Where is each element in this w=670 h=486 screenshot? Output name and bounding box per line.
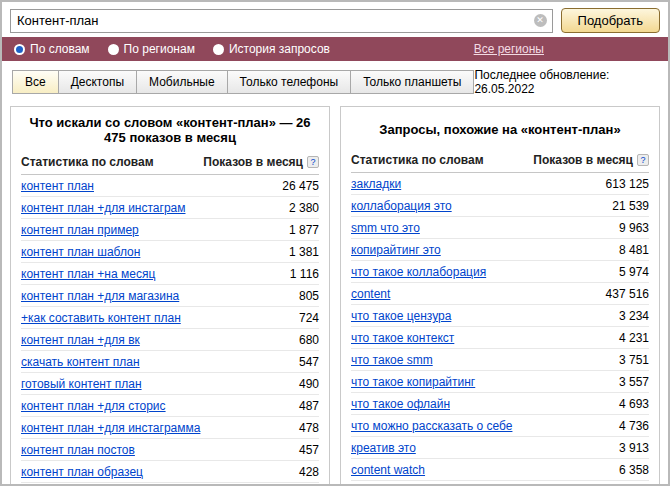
query-link[interactable]: контент план +на месяц xyxy=(21,267,155,281)
mode-bar: По словам По регионам История запросов В… xyxy=(2,37,668,61)
query-link[interactable]: что такое офлайн xyxy=(351,397,450,411)
shows-count: 805 xyxy=(299,289,319,303)
table-row: контент план +для сторис 487 xyxy=(21,395,319,417)
shows-count: 9 963 xyxy=(619,221,649,235)
table-row: контент план образец 428 xyxy=(21,461,319,483)
query-link[interactable]: коллаборация это xyxy=(351,199,452,213)
radio-icon xyxy=(213,44,224,55)
table-header: Статистика по словам Показов в месяц? xyxy=(21,151,319,175)
shows-count: 1 877 xyxy=(289,223,319,237)
table-header: Статистика по словам Показов в месяц? xyxy=(351,149,649,173)
query-link[interactable]: что такое коллаборация xyxy=(351,265,486,279)
radio-icon xyxy=(108,44,119,55)
device-tabs-row: Все Десктопы Мобильные Только телефоны Т… xyxy=(2,61,668,100)
table-row: контент план +на месяц 1 116 xyxy=(21,263,319,285)
query-link[interactable]: контент план +для инстаграм xyxy=(21,201,186,215)
shows-count: 3 557 xyxy=(619,375,649,389)
shows-count: 680 xyxy=(299,333,319,347)
shows-count: 3 913 xyxy=(619,441,649,455)
radio-selected-icon xyxy=(14,44,25,55)
submit-button[interactable]: Подобрать xyxy=(561,8,660,33)
query-link[interactable]: что можно рассказать о себе xyxy=(351,419,512,433)
shows-count: 6 358 xyxy=(619,463,649,477)
query-link[interactable]: контент план +для сторис xyxy=(21,399,166,413)
shows-count: 4 693 xyxy=(619,397,649,411)
results-panels: Что искали со словом «контент-план» — 26… xyxy=(2,100,668,486)
mode-label: По словам xyxy=(30,42,90,56)
query-link[interactable]: контент план +для магазина xyxy=(21,289,179,303)
table-row: контент план +для инстаграмма 478 xyxy=(21,417,319,439)
mode-by-regions[interactable]: По регионам xyxy=(108,42,195,56)
help-icon[interactable]: ? xyxy=(307,156,319,168)
tab-desktops[interactable]: Десктопы xyxy=(58,70,137,94)
shows-count: 5 974 xyxy=(619,265,649,279)
query-link[interactable]: content watch xyxy=(351,463,425,477)
similar-queries-panel: Запросы, похожие на «контент-план» Стати… xyxy=(340,106,660,486)
query-link[interactable]: контент план постов xyxy=(21,443,135,457)
table-row: контент план пример 1 877 xyxy=(21,219,319,241)
table-row: smm что это 9 963 xyxy=(351,217,649,239)
help-icon[interactable]: ? xyxy=(637,154,649,166)
query-link[interactable]: контент план +для вк xyxy=(21,333,140,347)
shows-count: 3 751 xyxy=(619,353,649,367)
table-row: закладки 613 125 xyxy=(351,173,649,195)
column-header-shows: Показов в месяц? xyxy=(533,153,649,167)
mode-label: По регионам xyxy=(124,42,195,56)
query-link[interactable]: smm что это xyxy=(351,221,420,235)
query-link[interactable]: контент план образец xyxy=(21,465,143,479)
panel-title: Что искали со словом «контент-план» — 26… xyxy=(21,113,319,151)
query-link[interactable]: что такое контекст xyxy=(351,331,454,345)
shows-count: 21 539 xyxy=(612,199,649,213)
shows-count: 4 231 xyxy=(619,331,649,345)
query-link[interactable]: +как составить контент план xyxy=(21,311,181,325)
shows-count: 26 475 xyxy=(282,179,319,193)
column-header-words: Статистика по словам xyxy=(351,153,484,167)
shows-count: 1 116 xyxy=(290,267,319,281)
table-row: content 437 516 xyxy=(351,283,649,305)
clear-icon[interactable]: ✕ xyxy=(534,14,547,27)
search-row: ✕ Подобрать xyxy=(2,2,668,37)
shows-count: 437 516 xyxy=(606,287,649,301)
shows-count: 8 481 xyxy=(619,243,649,257)
mode-by-words[interactable]: По словам xyxy=(14,42,90,56)
query-link[interactable]: готовый контент план xyxy=(21,377,142,391)
shows-count: 3 234 xyxy=(619,309,649,323)
query-link[interactable]: контент план пример xyxy=(21,223,139,237)
panel-title: Запросы, похожие на «контент-план» xyxy=(351,113,649,149)
tab-phones-only[interactable]: Только телефоны xyxy=(227,70,352,94)
table-row: готовый контент план 490 xyxy=(21,373,319,395)
table-row: что такое цензура 3 234 xyxy=(351,305,649,327)
mode-history[interactable]: История запросов xyxy=(213,42,330,56)
keyword-table: контент план 26 475 контент план +для ин… xyxy=(21,175,319,486)
shows-count: 547 xyxy=(299,355,319,369)
query-link[interactable]: контент план шаблон xyxy=(21,245,140,259)
search-input[interactable] xyxy=(10,9,553,33)
device-tabs: Все Десктопы Мобильные Только телефоны Т… xyxy=(12,70,474,94)
query-link[interactable]: контент план xyxy=(21,179,94,193)
shows-count: 487 xyxy=(299,399,319,413)
query-link[interactable]: что такое smm xyxy=(351,353,433,367)
table-row: content watch 6 358 xyxy=(351,459,649,481)
all-regions-link[interactable]: Все регионы xyxy=(474,42,544,56)
column-header-words: Статистика по словам xyxy=(21,155,154,169)
query-link[interactable]: закладки xyxy=(351,177,401,191)
tab-tablets-only[interactable]: Только планшеты xyxy=(350,70,474,94)
tab-all[interactable]: Все xyxy=(12,70,59,94)
query-link[interactable]: контент план +для инстаграмма xyxy=(21,421,200,435)
query-link[interactable]: что такое цензура xyxy=(351,309,451,323)
table-row: креатив это 3 913 xyxy=(351,437,649,459)
table-row: что такое офлайн 4 693 xyxy=(351,393,649,415)
table-row: что такое коллаборация 5 974 xyxy=(351,261,649,283)
table-row: контент план 26 475 xyxy=(21,175,319,197)
searches-with-word-panel: Что искали со словом «контент-план» — 26… xyxy=(10,106,330,486)
query-link[interactable]: что такое копирайтинг xyxy=(351,375,475,389)
shows-count: 428 xyxy=(299,465,319,479)
query-link[interactable]: копирайтинг это xyxy=(351,243,441,257)
query-link[interactable]: content xyxy=(351,287,390,301)
table-row: копирайтинг это 8 481 xyxy=(351,239,649,261)
query-link[interactable]: скачать контент план xyxy=(21,355,140,369)
table-row: контент план +для вк 680 xyxy=(21,329,319,351)
query-link[interactable]: креатив это xyxy=(351,441,416,455)
tab-mobile[interactable]: Мобильные xyxy=(136,70,228,94)
last-update: Последнее обновление: 26.05.2022 xyxy=(474,68,658,96)
